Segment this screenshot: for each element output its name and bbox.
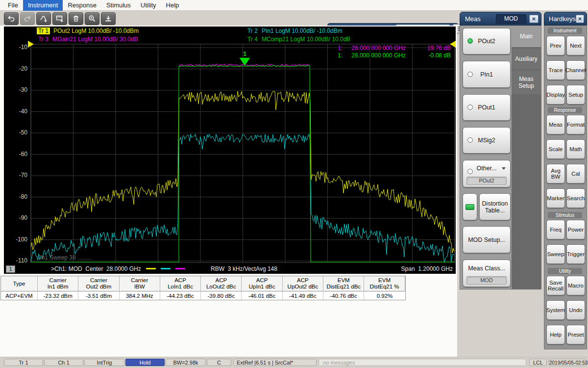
- hardkey-search[interactable]: Search: [566, 188, 585, 208]
- zoom-icon: [88, 15, 96, 23]
- menu-item-file[interactable]: File: [3, 0, 23, 11]
- status-lcl[interactable]: LCL: [529, 359, 547, 366]
- hardkey-setup[interactable]: Setup: [566, 85, 585, 105]
- close-icon[interactable]: ✕: [529, 15, 539, 23]
- hardkey-display[interactable]: Display: [546, 85, 565, 105]
- menu-item-response[interactable]: Response: [63, 0, 101, 11]
- other-radio-button[interactable]: Other... POut2: [463, 160, 511, 187]
- trash-icon: [72, 15, 80, 23]
- zoom-button[interactable]: [85, 12, 99, 25]
- channel-center-label: >Ch1: MOD Center 28.0000 GHz: [51, 265, 185, 272]
- status-correction: C: [207, 359, 231, 366]
- chevron-down-icon: [502, 167, 506, 170]
- hardkeys-panel: Hardkeys ✕ Instrument Prev Next Trace Ch…: [544, 12, 587, 349]
- section-stimulus: Stimulus: [548, 212, 582, 218]
- redo-button[interactable]: [20, 12, 35, 25]
- add-trace-icon: [40, 15, 48, 23]
- menu-bar: File Instrument Response Stimulus Utilit…: [0, 0, 588, 11]
- add-channel-button[interactable]: [52, 12, 67, 25]
- y-axis-tick: -60: [5, 151, 27, 158]
- table-cell: -40.76 dBc: [323, 291, 364, 300]
- cyan-trace-dash: [161, 268, 171, 269]
- meas-panel-body: Main Auxiliary Meas Setup POut2 PIn1 POu…: [460, 26, 541, 289]
- trace-legend-tr3[interactable]: Tr 3MGain21 LogM 10.00dB/ 30.0dB: [38, 36, 138, 43]
- hardkey-trigger[interactable]: Trigger: [566, 244, 585, 264]
- close-icon[interactable]: ✕: [576, 15, 584, 23]
- pin1-radio-button[interactable]: PIn1: [463, 61, 511, 88]
- hardkey-scale[interactable]: Scale: [546, 139, 565, 159]
- hardkey-channel[interactable]: Channel: [566, 60, 585, 80]
- hardkey-sweep[interactable]: Sweep: [546, 244, 565, 264]
- y-axis-tick: -30: [5, 86, 27, 93]
- table-header: EVMDistEq21 %: [364, 276, 405, 291]
- table-cell: -39.80 dBc: [201, 291, 242, 300]
- add-trace-button[interactable]: [36, 12, 51, 25]
- meas-mode-field: MOD: [496, 14, 526, 24]
- hardkey-system[interactable]: System: [546, 300, 565, 320]
- status-messages: no messages: [318, 359, 526, 366]
- hardkey-undo[interactable]: Undo: [566, 300, 585, 320]
- table-cell: -41.49 dBc: [283, 291, 323, 300]
- hardkey-power[interactable]: Power: [566, 220, 585, 239]
- table-cell: -46.01 dBc: [242, 291, 282, 300]
- hardkey-format[interactable]: Format: [566, 115, 585, 134]
- table-header: ACPUpOut2 dBc: [283, 276, 323, 291]
- undo-button[interactable]: [4, 12, 19, 25]
- table-header: Type: [1, 276, 38, 291]
- hardkey-trace[interactable]: Trace: [546, 60, 565, 80]
- meas-panel-header: Meas MOD ✕: [460, 12, 541, 26]
- meas-class-button[interactable]: Meas Class... MOD: [463, 260, 511, 287]
- hardkey-next[interactable]: Next: [566, 36, 585, 55]
- distortion-toggle-button[interactable]: [463, 193, 477, 220]
- hardkey-avg-bw[interactable]: Avg BW: [546, 164, 565, 184]
- table-header: ACPLoIn1 dBc: [160, 276, 201, 291]
- active-trace-badge: Tr 1: [37, 27, 50, 34]
- status-trigger[interactable]: IntTrig: [84, 359, 124, 366]
- section-utility: Utility: [548, 268, 582, 274]
- hardkey-math[interactable]: Math: [566, 139, 585, 159]
- status-channel[interactable]: Ch 1: [44, 359, 83, 366]
- menu-item-stimulus[interactable]: Stimulus: [101, 0, 136, 11]
- sweep-progress-text: Ch1 Sweep 38 .........: [37, 254, 92, 261]
- menu-item-utility[interactable]: Utility: [136, 0, 161, 11]
- trace-legend-tr2[interactable]: Tr 2PIn1 LogM 10.00dB/ -10.0dBm: [247, 27, 343, 34]
- trace-legend-tr1[interactable]: Tr 1POut2 LogM 10.00dB/ -10.0dBm: [37, 27, 139, 34]
- save-button[interactable]: [101, 12, 116, 25]
- channel-indicator[interactable]: 1: [6, 265, 15, 273]
- marker-readout-tr4: 1: 28.000 000 000 GHz -0.08 dB: [338, 52, 451, 59]
- hardkey-help[interactable]: Help: [546, 325, 565, 344]
- table-header: CarrierOut2 dBm: [78, 276, 119, 291]
- hardkeys-body: Instrument Prev Next Trace Channel Displ…: [544, 26, 587, 349]
- table-cell: -3.51 dBm: [78, 291, 119, 300]
- table-cell: 384.2 MHz: [120, 291, 160, 300]
- rbw-label: RBW 3 kHz/VectAvg 148: [180, 265, 308, 272]
- y-axis-tick: -80: [5, 193, 27, 200]
- delete-button[interactable]: [69, 12, 83, 25]
- status-hold[interactable]: Hold: [125, 359, 165, 366]
- hardkey-meas[interactable]: Meas: [546, 115, 565, 134]
- hardkey-prev[interactable]: Prev: [546, 36, 565, 55]
- status-bandwidth: BW=2.98k: [166, 359, 206, 366]
- status-trace[interactable]: Tr 1: [4, 359, 43, 366]
- tab-main[interactable]: Main: [512, 26, 541, 47]
- status-datetime: 2019/05/05-02:53: [549, 359, 586, 366]
- hardkey-freq[interactable]: Freq: [546, 220, 565, 239]
- hardkey-preset[interactable]: Preset: [566, 325, 585, 344]
- plot-footer: 1 >Ch1: MOD Center 28.0000 GHz RBW 3 kHz…: [4, 265, 456, 273]
- y-axis-tick: -110: [5, 257, 27, 264]
- pout1-radio-button[interactable]: POut1: [463, 94, 511, 121]
- hardkey-macro[interactable]: Macro: [566, 276, 585, 295]
- distortion-table-button[interactable]: Distortion Table...: [479, 193, 511, 220]
- tab-auxiliary[interactable]: Auxiliary: [512, 49, 541, 69]
- hardkey-cal[interactable]: Cal: [566, 164, 585, 184]
- msig2-radio-button[interactable]: MSig2: [463, 127, 511, 154]
- mod-setup-button[interactable]: MOD Setup...: [463, 226, 511, 253]
- menu-item-instrument[interactable]: Instrument: [23, 0, 63, 11]
- hardkey-marker[interactable]: Marker: [546, 188, 565, 208]
- pout2-radio-button[interactable]: POut2: [463, 28, 511, 54]
- marker-readout-tr3: 1: 28.000 000 000 GHz 19.76 dB: [338, 45, 451, 52]
- tab-meas-setup[interactable]: Meas Setup: [512, 71, 541, 94]
- trace-legend-tr4[interactable]: Tr 4MComp21 LogM 10.00dB/ 10.0dB: [247, 36, 350, 43]
- menu-item-help[interactable]: Help: [161, 0, 184, 11]
- hardkey-save-recall[interactable]: Save Recall: [546, 276, 565, 295]
